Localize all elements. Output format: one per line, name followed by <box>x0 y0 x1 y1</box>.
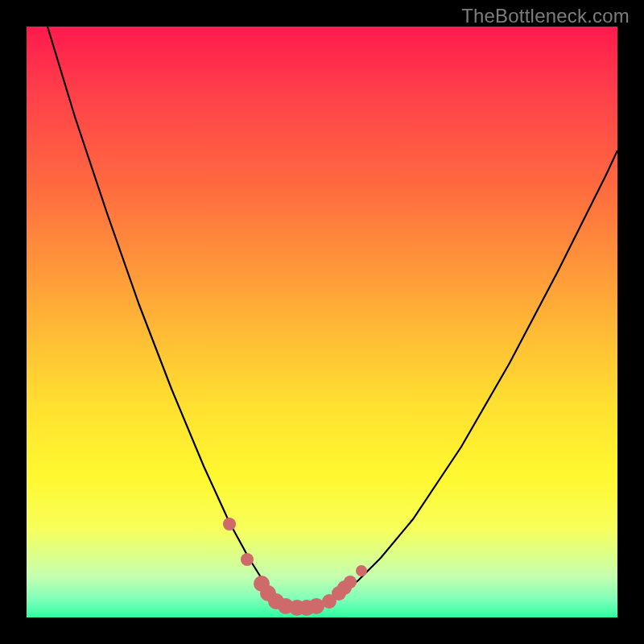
curve-marker <box>356 565 367 576</box>
curve-markers <box>223 518 367 616</box>
watermark-text: TheBottleneck.com <box>461 5 630 27</box>
curve-marker <box>308 598 324 614</box>
curve-marker <box>223 518 236 530</box>
chart-frame: TheBottleneck.com <box>0 0 644 644</box>
bottleneck-chart-svg <box>27 27 617 617</box>
bottleneck-curve <box>47 27 617 608</box>
plot-area <box>27 27 617 617</box>
curve-marker <box>241 553 254 566</box>
curve-marker <box>344 576 357 588</box>
